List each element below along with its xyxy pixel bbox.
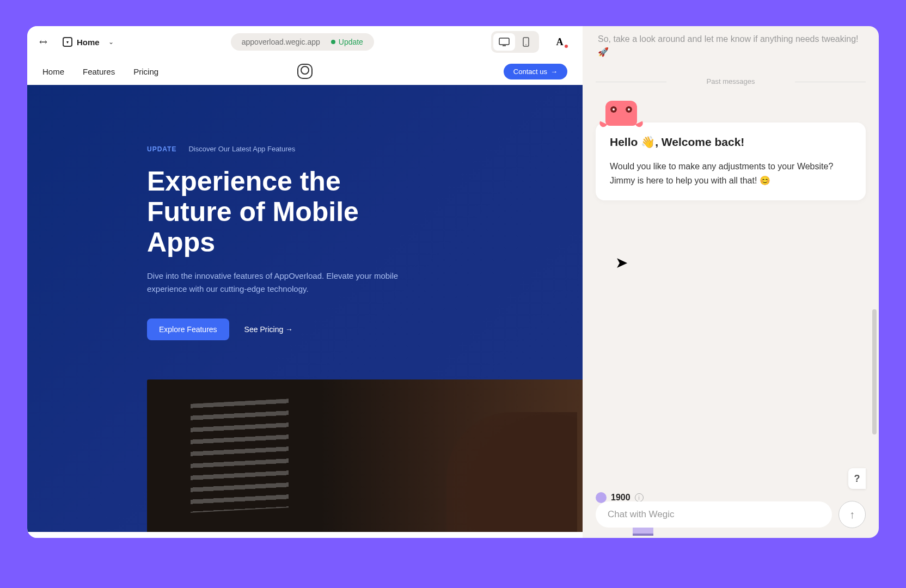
hero-headline: Experience the Future of Mobile Apps (147, 166, 430, 258)
chat-panel: So, take a look around and let me know i… (583, 26, 879, 538)
brand-logo[interactable] (297, 64, 313, 79)
url-bar[interactable]: appoverload.wegic.app Update (231, 33, 374, 51)
explore-features-button[interactable]: Explore Features (147, 318, 229, 340)
site-navigation: Home Features Pricing Contact us → (27, 58, 583, 85)
desktop-icon (499, 38, 510, 46)
see-pricing-link[interactable]: See Pricing → (244, 325, 293, 334)
chevron-down-icon: ⌄ (108, 38, 114, 46)
send-button[interactable]: ↑ (838, 501, 866, 528)
cursor-icon: ➤ (615, 254, 628, 272)
mobile-view-button[interactable] (515, 33, 537, 51)
previous-message-tail: So, take a look around and let me know i… (596, 33, 866, 59)
svg-rect-0 (499, 38, 509, 45)
nav-item-pricing[interactable]: Pricing (133, 67, 158, 76)
hero-actions: Explore Features See Pricing → (147, 318, 583, 340)
status-dot-icon (331, 40, 335, 44)
update-status[interactable]: Update (331, 38, 363, 46)
nav-item-home[interactable]: Home (42, 67, 64, 76)
arrow-right-icon: → (550, 68, 558, 76)
hero-badge-row: UPDATE Discover Our Latest App Features (147, 145, 583, 153)
update-badge: UPDATE (147, 145, 176, 153)
chat-input[interactable]: Chat with Wegic (596, 501, 832, 528)
welcome-greeting: Hello 👋, Welcome back! (610, 136, 852, 149)
nav-links: Home Features Pricing (42, 67, 158, 76)
editor-topbar: ⤢ ▾ Home ⌄ appoverload.wegic.app Update (27, 26, 583, 58)
update-label: Update (339, 38, 363, 46)
welcome-card: Hello 👋, Welcome back! Would you like to… (596, 122, 866, 200)
font-icon: A (556, 36, 564, 48)
site-url: appoverload.wegic.app (242, 38, 320, 46)
desktop-view-button[interactable] (493, 33, 515, 51)
mobile-icon (523, 37, 529, 47)
nav-item-features[interactable]: Features (83, 67, 115, 76)
badge-subtitle: Discover Our Latest App Features (188, 145, 295, 153)
contact-label: Contact us (513, 68, 547, 76)
resize-icon[interactable]: ⤢ (36, 35, 50, 49)
hero-section: UPDATE Discover Our Latest App Features … (27, 85, 583, 532)
contact-button[interactable]: Contact us → (504, 64, 567, 79)
app-shell: ⤢ ▾ Home ⌄ appoverload.wegic.app Update (27, 26, 879, 538)
welcome-body: Would you like to make any adjustments t… (610, 160, 852, 187)
assistant-mascot-icon (605, 101, 637, 126)
page-selector[interactable]: ▾ Home ⌄ (63, 37, 114, 47)
svg-point-3 (525, 44, 527, 45)
page-selector-label: Home (77, 38, 100, 47)
preview-panel: ⤢ ▾ Home ⌄ appoverload.wegic.app Update (27, 26, 583, 538)
font-settings-button[interactable]: A (549, 33, 571, 51)
scrollbar-thumb[interactable] (872, 309, 877, 434)
page-icon: ▾ (63, 37, 72, 47)
site-preview: Home Features Pricing Contact us → UPDAT… (27, 58, 583, 538)
arrow-up-icon: ↑ (849, 509, 855, 521)
divider-label: Past messages (707, 77, 755, 85)
past-messages-divider: Past messages (596, 77, 866, 85)
help-button[interactable]: ? (848, 468, 866, 489)
hero-image (147, 379, 583, 532)
device-toggle-group (491, 31, 539, 53)
chat-input-row: Chat with Wegic ↑ (596, 501, 866, 528)
hero-description: Dive into the innovative features of App… (147, 270, 414, 296)
